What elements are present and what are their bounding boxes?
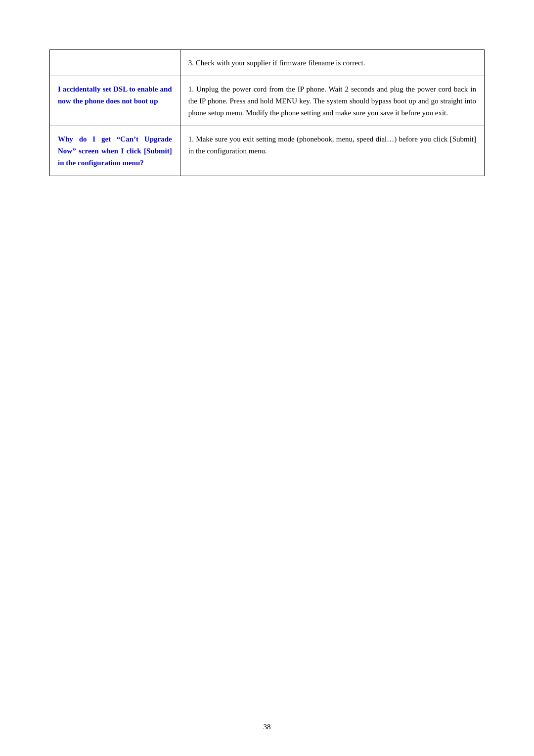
page-container: 3. Check with your supplier if firmware … — [0, 0, 534, 756]
answer-cell-dsl: 1. Unplug the power cord from the IP pho… — [180, 76, 484, 126]
answer-text-upgrade: 1. Make sure you exit setting mode (phon… — [188, 133, 476, 157]
table-row: I accidentally set DSL to enable and now… — [50, 76, 485, 126]
table-row: 3. Check with your supplier if firmware … — [50, 50, 485, 76]
question-cell-upgrade: Why do I get “Can’t Upgrade Now” screen … — [50, 126, 180, 176]
question-cell-firmware — [50, 50, 180, 76]
question-cell-dsl: I accidentally set DSL to enable and now… — [50, 76, 180, 126]
faq-table: 3. Check with your supplier if firmware … — [49, 49, 485, 176]
answer-cell-upgrade: 1. Make sure you exit setting mode (phon… — [180, 126, 484, 176]
question-text-dsl: I accidentally set DSL to enable and now… — [58, 85, 172, 105]
answer-text-dsl: 1. Unplug the power cord from the IP pho… — [188, 83, 476, 119]
answer-cell-firmware: 3. Check with your supplier if firmware … — [180, 50, 484, 76]
answer-text-firmware: 3. Check with your supplier if firmware … — [188, 57, 476, 69]
question-text-upgrade: Why do I get “Can’t Upgrade Now” screen … — [58, 135, 172, 167]
page-number: 38 — [264, 723, 271, 731]
table-row: Why do I get “Can’t Upgrade Now” screen … — [50, 126, 485, 176]
